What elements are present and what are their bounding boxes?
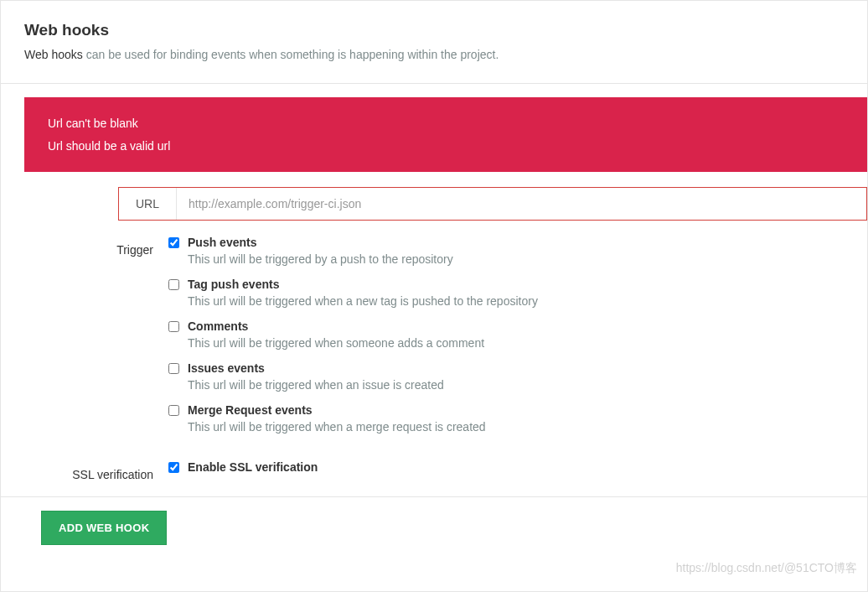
url-input[interactable] — [177, 188, 866, 220]
url-input-group: URL — [118, 187, 867, 221]
ssl-verification-toggle[interactable]: Enable SSL verification — [168, 460, 867, 474]
trigger-item: Tag push events This url will be trigger… — [168, 278, 867, 308]
trigger-label: Merge Request events — [188, 403, 313, 417]
watermark: https://blog.csdn.net/@51CTO博客 — [676, 561, 857, 576]
trigger-hint: This url will be triggered when someone … — [188, 336, 867, 350]
error-alert: Url can't be blank Url should be a valid… — [24, 97, 867, 172]
ssl-row-label: SSL verification — [1, 460, 168, 481]
page-subtitle: Web hooks can be used for binding events… — [24, 48, 844, 61]
trigger-push-events[interactable]: Push events — [168, 236, 867, 249]
trigger-tag-push-events[interactable]: Tag push events — [168, 278, 867, 291]
trigger-item: Push events This url will be triggered b… — [168, 236, 867, 266]
trigger-merge-request-events[interactable]: Merge Request events — [168, 403, 867, 417]
trigger-hint: This url will be triggered when an issue… — [188, 378, 867, 392]
trigger-item: Issues events This url will be triggered… — [168, 361, 867, 392]
page-title: Web hooks — [24, 21, 844, 39]
checkbox-ssl-verification[interactable] — [168, 462, 179, 473]
trigger-issues-events[interactable]: Issues events — [168, 361, 867, 375]
trigger-item: Comments This url will be triggered when… — [168, 319, 867, 350]
checkbox-issues-events[interactable] — [168, 363, 179, 374]
add-web-hook-button[interactable]: Add Web Hook — [41, 511, 167, 545]
trigger-label: Comments — [188, 319, 248, 333]
checkbox-comments[interactable] — [168, 321, 179, 332]
trigger-item: Merge Request events This url will be tr… — [168, 403, 867, 434]
trigger-row-label: Trigger — [1, 236, 168, 257]
subtitle-strong: Web hooks — [24, 48, 83, 61]
error-line: Url should be a valid url — [48, 135, 844, 158]
trigger-label: Tag push events — [188, 278, 279, 291]
ssl-label: Enable SSL verification — [188, 460, 318, 474]
trigger-hint: This url will be triggered by a push to … — [188, 252, 867, 266]
trigger-group: Push events This url will be triggered b… — [168, 236, 867, 445]
trigger-hint: This url will be triggered when a merge … — [188, 420, 867, 434]
url-prefix-label: URL — [119, 188, 177, 220]
checkbox-push-events[interactable] — [168, 237, 179, 248]
trigger-label: Issues events — [188, 361, 265, 375]
checkbox-merge-request-events[interactable] — [168, 405, 179, 416]
checkbox-tag-push-events[interactable] — [168, 279, 179, 290]
subtitle-rest: can be used for binding events when some… — [83, 48, 499, 61]
trigger-label: Push events — [188, 236, 256, 249]
trigger-comments[interactable]: Comments — [168, 319, 867, 333]
divider — [1, 83, 867, 84]
trigger-hint: This url will be triggered when a new ta… — [188, 294, 867, 308]
error-line: Url can't be blank — [48, 112, 844, 135]
ssl-item: Enable SSL verification — [168, 460, 867, 474]
